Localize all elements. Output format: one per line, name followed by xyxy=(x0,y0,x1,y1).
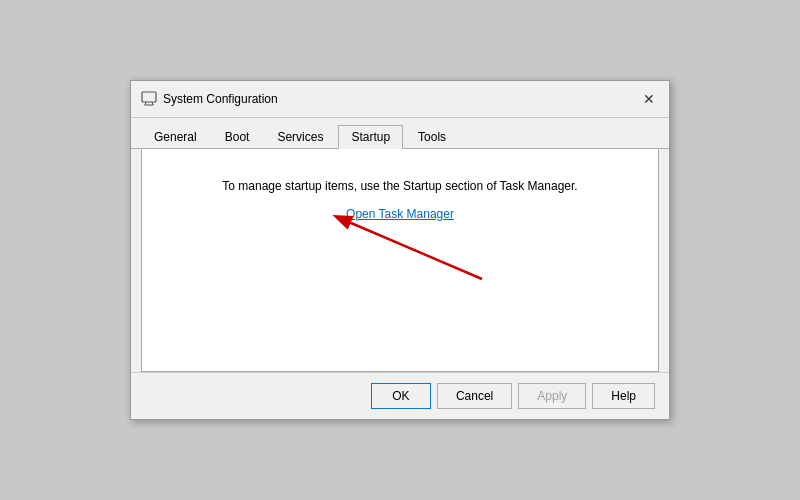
dialog-footer: OK Cancel Apply Help xyxy=(131,372,669,419)
tab-services[interactable]: Services xyxy=(264,125,336,149)
title-bar-left: System Configuration xyxy=(141,91,278,107)
close-button[interactable]: ✕ xyxy=(639,89,659,109)
system-config-dialog: System Configuration ✕ General Boot Serv… xyxy=(130,80,670,420)
dialog-title: System Configuration xyxy=(163,92,278,106)
tab-general[interactable]: General xyxy=(141,125,210,149)
tab-tools[interactable]: Tools xyxy=(405,125,459,149)
apply-button[interactable]: Apply xyxy=(518,383,586,409)
tab-boot[interactable]: Boot xyxy=(212,125,263,149)
help-button[interactable]: Help xyxy=(592,383,655,409)
open-task-manager-link[interactable]: Open Task Manager xyxy=(346,207,454,221)
cancel-button[interactable]: Cancel xyxy=(437,383,512,409)
title-bar: System Configuration ✕ xyxy=(131,81,669,118)
monitor-icon xyxy=(141,91,157,107)
tab-startup[interactable]: Startup xyxy=(338,125,403,149)
tabs-bar: General Boot Services Startup Tools xyxy=(131,118,669,149)
content-area: To manage startup items, use the Startup… xyxy=(141,149,659,372)
svg-line-5 xyxy=(337,217,482,279)
svg-rect-0 xyxy=(142,92,156,102)
ok-button[interactable]: OK xyxy=(371,383,431,409)
info-text: To manage startup items, use the Startup… xyxy=(222,179,577,193)
